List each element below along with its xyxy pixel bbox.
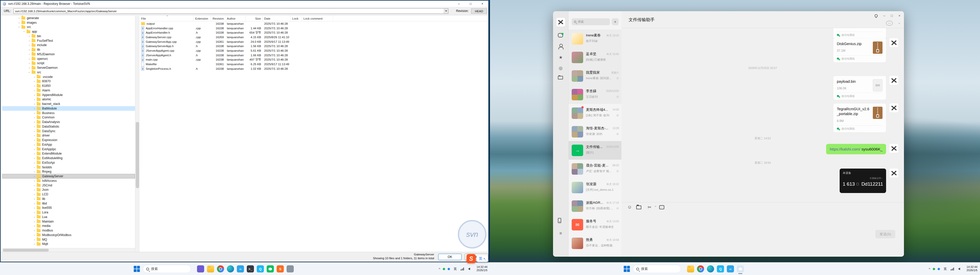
self-avatar[interactable]	[889, 169, 898, 177]
taskbar-app-icon[interactable]	[286, 266, 294, 272]
file-row[interactable]: Makefile 16361 lanquanshan 6.25 KB 2025/…	[140, 62, 487, 66]
collapsed-arrow-icon[interactable]: ›	[32, 102, 36, 106]
tree-item[interactable]: › images	[2, 21, 135, 25]
taskbar-app-icon[interactable]	[197, 266, 204, 272]
sidebar-icon[interactable]	[558, 44, 563, 49]
collapsed-arrow-icon[interactable]: ›	[32, 152, 36, 155]
collapsed-arrow-icon[interactable]: ›	[32, 134, 36, 137]
maximize-button[interactable]: □	[891, 14, 893, 17]
collapsed-arrow-icon[interactable]: ›	[32, 184, 36, 187]
taskbar-search[interactable]: 搜索	[633, 265, 681, 273]
tree-item[interactable]: › JSCmd	[2, 183, 135, 188]
tray-icon[interactable]	[467, 268, 470, 270]
collapsed-arrow-icon[interactable]: ›	[32, 80, 36, 83]
sidebar-icon[interactable]	[558, 76, 563, 79]
collapsed-arrow-icon[interactable]: ›	[32, 206, 36, 209]
start-button[interactable]	[624, 266, 630, 272]
collapsed-arrow-icon[interactable]: ›	[27, 53, 31, 56]
file-message-diskgenius[interactable]: DiskGenius.zip 37.1M 微信电脑版	[833, 38, 886, 62]
image-message-device-codes[interactable]: 本设备 长期验证码 › 1 613 Dd112211	[840, 169, 886, 193]
column-header-file[interactable]: File	[140, 16, 194, 21]
column-header-author[interactable]: Author	[225, 16, 246, 21]
collapsed-arrow-icon[interactable]: ›	[32, 93, 36, 96]
collapsed-arrow-icon[interactable]: ›	[32, 143, 36, 146]
minimize-button[interactable]: –	[883, 14, 885, 17]
send-button[interactable]: 发送(S)	[875, 230, 895, 238]
taskbar-app-icon[interactable]: >_	[247, 266, 254, 272]
collapsed-arrow-icon[interactable]: ›	[32, 188, 36, 191]
tree-item[interactable]: › Maintain	[2, 219, 135, 224]
tree-item[interactable]: › Business	[2, 111, 135, 115]
chat-list-item[interactable]: 派能AGR... 昨天 17:19 张方林: [动画表情] ... ⊘	[569, 197, 621, 215]
sogou-ime-bar[interactable]: S 英 •,	[466, 254, 488, 263]
tree-item[interactable]: › 60870	[2, 79, 135, 84]
collapsed-arrow-icon[interactable]: ›	[32, 130, 36, 133]
tree-item[interactable]: › MQ	[2, 237, 135, 242]
collapsed-arrow-icon[interactable]: ›	[32, 148, 36, 151]
collapsed-arrow-icon[interactable]: ›	[32, 242, 36, 245]
tray-icon[interactable]	[461, 268, 464, 270]
tray-icon[interactable]	[938, 268, 940, 270]
close-button[interactable]: ×	[476, 1, 488, 7]
file-message-partial[interactable]: 微信电脑版	[833, 28, 886, 39]
tree-item[interactable]: › Mqtt	[2, 242, 135, 247]
tree-item[interactable]: › Alarm	[2, 88, 135, 93]
collapsed-arrow-icon[interactable]: ›	[27, 66, 31, 69]
taskbar-search[interactable]: 搜索	[143, 265, 191, 273]
tray-icon[interactable]: 英	[942, 266, 948, 272]
new-chat-button[interactable]: +	[612, 18, 619, 25]
collapsed-arrow-icon[interactable]: ›	[32, 179, 36, 182]
self-avatar[interactable]	[889, 76, 898, 85]
tray-icon[interactable]	[957, 268, 960, 270]
file-row[interactable]: GatewayServerApp.cpp .cpp 16361 lanquans…	[140, 40, 487, 44]
collapsed-arrow-icon[interactable]: ›	[32, 139, 36, 142]
sidebar-icon[interactable]: ◎	[558, 65, 563, 71]
tray-icon[interactable]: ^	[929, 267, 930, 271]
taskbar-app-icon[interactable]: Q	[717, 266, 724, 272]
collapsed-arrow-icon[interactable]: ›	[17, 21, 21, 24]
tree-item[interactable]: › BatModule	[2, 106, 135, 111]
tree-item[interactable]: › atomic	[2, 97, 135, 102]
file-row[interactable]: GatewayServerApp.h .h 16338 lanquanshan …	[140, 44, 487, 48]
file-row[interactable]: AppErrorHandler.cpp .cpp 16338 lanquansh…	[140, 26, 487, 30]
tree-item[interactable]: › media	[2, 224, 135, 228]
taskbar-clock[interactable]: 14:32:44 2026/1/5	[476, 266, 487, 272]
collapsed-arrow-icon[interactable]: ›	[27, 48, 31, 51]
collapsed-arrow-icon[interactable]: ›	[32, 202, 36, 205]
sidebar-icon[interactable]	[558, 218, 561, 223]
tree-item[interactable]: › lib	[2, 197, 135, 201]
revision-head-button[interactable]: HEAD	[471, 8, 487, 14]
tray-icon[interactable]: 英	[452, 266, 458, 272]
tree-item[interactable]: › 61850	[2, 84, 135, 88]
file-row[interactable]: JServerAppAgent.h .h 16338 lanquanshan 1…	[140, 53, 487, 58]
pin-icon[interactable]	[874, 14, 878, 18]
tray-icon[interactable]	[443, 268, 445, 270]
collapsed-arrow-icon[interactable]: ›	[32, 98, 36, 101]
tree-item[interactable]: › lib	[2, 47, 135, 52]
taskbar-clock[interactable]: 14:32:44 2026/1/5	[966, 266, 977, 272]
tree-item[interactable]: › ExtSoApi	[2, 160, 135, 165]
file-row[interactable]: SingletonProcess.h .h 16338 lanquanshan …	[140, 66, 487, 71]
tree-item[interactable]: › DataSync	[2, 129, 135, 133]
taskbar-app-icon[interactable]: Q	[257, 266, 264, 272]
tree-item[interactable]: › ffmpeg	[2, 169, 135, 174]
column-header-date[interactable]: Date	[262, 16, 291, 21]
collapsed-arrow-icon[interactable]: ›	[32, 161, 36, 164]
tree-item[interactable]: › .vscode	[2, 74, 135, 79]
chat-list-item[interactable]: 晟合-雷能-麦... 08:20 卢宏: @黄智才 规... ⊘	[569, 160, 621, 178]
collapsed-arrow-icon[interactable]: ›	[17, 17, 21, 20]
link-message[interactable]: https://kalshi.com/ sysu6006K_	[826, 144, 886, 154]
taskbar-app-icon[interactable]: ‹›	[727, 266, 734, 272]
collapsed-arrow-icon[interactable]: ›	[32, 170, 36, 173]
tree-item[interactable]: › ModbustcpOrModbus	[2, 233, 135, 237]
tree-item[interactable]: › bin	[2, 34, 135, 38]
collapsed-arrow-icon[interactable]: ›	[32, 198, 36, 201]
chat-list-item[interactable]: 张浚灏 昨天 18:32 [文件] ext_demo.so.1	[569, 178, 621, 197]
sidebar-icon[interactable]: ★	[558, 54, 563, 60]
collapsed-arrow-icon[interactable]: ›	[32, 234, 36, 237]
tree-item[interactable]: › MSJDaemon	[2, 52, 135, 57]
taskbar-app-icon[interactable]	[207, 266, 214, 272]
file-row[interactable]: GatewayServer.cpp .cpp 16359 lanquanshan…	[140, 35, 487, 40]
taskbar-app-icon[interactable]	[697, 266, 704, 272]
collapsed-arrow-icon[interactable]: ›	[27, 62, 31, 65]
